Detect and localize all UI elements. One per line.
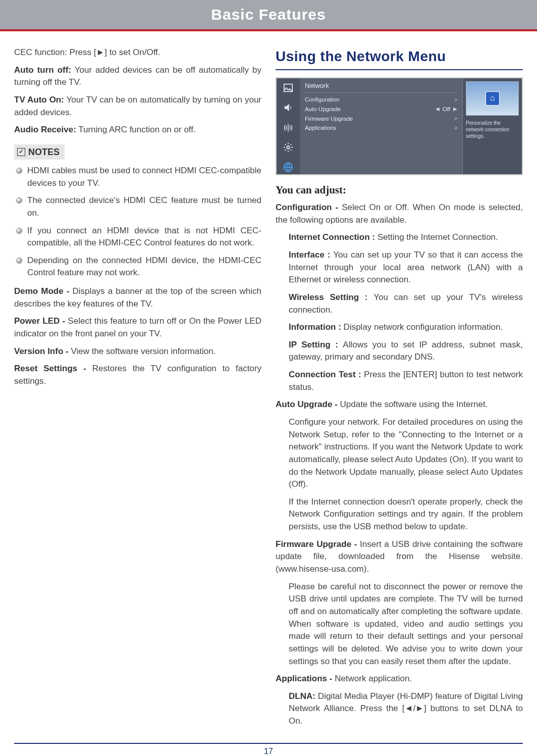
list-item: The connected device's HDMI CEC feature …: [14, 194, 261, 219]
reset-settings: Reset Settings - Restores the TV configu…: [14, 363, 261, 387]
interface-label: Interface :: [289, 250, 333, 260]
chevron-right-icon: >: [454, 96, 457, 104]
chevron-right-icon: >: [454, 115, 457, 123]
chevron-left-icon: ◀: [436, 106, 440, 113]
ip-setting: IP Setting : Allows you to set IP addres…: [276, 339, 523, 364]
firmware-detail: Please be careful not to disconnect the …: [276, 581, 523, 668]
cec-intro: CEC function: Press [►] to set On/Off.: [14, 46, 261, 59]
connection-test: Connection Test : Press the [ENTER] butt…: [276, 369, 523, 393]
picture-icon: [281, 81, 295, 95]
antenna-icon: [281, 121, 295, 134]
version-info: Version Info - View the software version…: [14, 345, 261, 358]
autoupgrade-label: Auto Upgrade -: [276, 399, 340, 409]
menu-row-auto-upgrade: Auto Upgrade ◀ Off ▶: [305, 105, 457, 114]
auto-upgrade: Auto Upgrade - Update the software using…: [276, 398, 523, 411]
menu-preview-pane: ⌂ Personalize the network connection set…: [462, 78, 522, 174]
audio-receive-label: Audio Receive:: [14, 125, 76, 134]
checkmark-icon: ✓: [17, 148, 25, 156]
configuration-label: Configuration -: [276, 203, 342, 212]
list-item: Depending on the connected HDMI device, …: [14, 255, 261, 279]
auto-turn-off: Auto turn off: Your added devices can be…: [14, 64, 261, 89]
applications-text: Network application.: [335, 674, 412, 683]
page-header: Basic Features: [0, 0, 537, 29]
menu-row-applications: Applications >: [305, 123, 457, 133]
list-item: HDMI cables must be used to connect HDMI…: [14, 165, 261, 189]
notes-label: NOTES: [28, 145, 60, 159]
firmware-label: Firmware Upgrade -: [276, 539, 360, 549]
chevron-right-icon: ▶: [453, 106, 457, 113]
menu-row-configuration: Configuration >: [305, 95, 457, 105]
dlna-label: DLNA:: [289, 691, 318, 701]
svg-point-0: [287, 146, 290, 149]
information-label: Information :: [289, 322, 344, 332]
demo-mode: Demo Mode - Displays a banner at the top…: [14, 285, 261, 310]
internet-conn-label: Internet Connection :: [289, 232, 378, 242]
power-led-label: Power LED -: [14, 316, 68, 326]
auto-turn-off-label: Auto turn off:: [14, 65, 71, 75]
section-title: Using the Network Menu: [276, 46, 523, 70]
dlna-text: Digital Media Player (Hi-DMP) feature of…: [289, 691, 523, 726]
menu-row-label: Firmware Upgrade: [305, 115, 353, 123]
reset-settings-label: Reset Settings -: [14, 364, 92, 373]
audio-receive: Audio Receive: Turning ARC function on o…: [14, 124, 261, 136]
autoupgrade-detail-1: Configure your network. For detailed pro…: [276, 416, 523, 491]
wireless-setting: Wireless Setting : You can set up your T…: [276, 291, 523, 316]
subheading: You can adjust:: [276, 182, 523, 197]
network-menu-screenshot: Network Configuration > Auto Upgrade ◀ O…: [276, 77, 523, 175]
autoupgrade-detail-2: If the Internet connection doesn't opera…: [276, 496, 523, 533]
version-info-text: View the software version information.: [71, 346, 216, 356]
autoupgrade-text: Update the software using the Internet.: [340, 399, 488, 409]
tv-auto-on: TV Auto On: Your TV can be on automatica…: [14, 94, 261, 119]
interface: Interface : You can set up your TV so th…: [276, 249, 523, 286]
menu-title: Network: [305, 81, 457, 93]
notes-badge: ✓ NOTES: [14, 144, 65, 160]
menu-row-value: Off: [443, 105, 450, 114]
applications-label: Applications -: [276, 674, 335, 683]
menu-row-label: Configuration: [305, 95, 339, 104]
dlna: DLNA: Digital Media Player (Hi-DMP) feat…: [276, 690, 523, 728]
firmware-upgrade: Firmware Upgrade - Insert a USB drive co…: [276, 538, 523, 576]
menu-row-firmware-upgrade: Firmware Upgrade >: [305, 114, 457, 124]
page-number: 17: [264, 747, 273, 755]
configuration: Configuration - Select On or Off. When O…: [276, 201, 523, 226]
speaker-icon: [281, 101, 295, 115]
information: Information : Display network configurat…: [276, 321, 523, 334]
preview-thumbnail: ⌂: [466, 81, 519, 116]
content-area: CEC function: Press [►] to set On/Off. A…: [0, 31, 537, 738]
page-footer: 17: [14, 743, 523, 756]
menu-row-label: Applications: [305, 124, 336, 132]
wireless-label: Wireless Setting :: [289, 292, 373, 302]
home-icon: ⌂: [486, 91, 500, 106]
notes-list: HDMI cables must be used to connect HDMI…: [14, 165, 261, 279]
version-info-label: Version Info -: [14, 346, 71, 356]
internet-connection: Internet Connection : Setting the Intern…: [276, 231, 523, 244]
conntest-label: Connection Test :: [289, 370, 364, 379]
demo-mode-label: Demo Mode -: [14, 286, 72, 296]
left-column: CEC function: Press [►] to set On/Off. A…: [14, 46, 261, 733]
chevron-right-icon: >: [454, 125, 457, 132]
menu-hint: Personalize the network connection setti…: [466, 120, 519, 139]
tv-auto-on-label: TV Auto On:: [14, 95, 64, 105]
right-column: Using the Network Menu: [276, 46, 523, 733]
internet-conn-text: Setting the Internet Connection.: [378, 232, 498, 242]
applications: Applications - Network application.: [276, 673, 523, 685]
gear-icon: [281, 140, 295, 154]
menu-sidebar: [277, 78, 300, 174]
audio-receive-text: Turning ARC function on or off.: [76, 125, 196, 134]
information-text: Display network configuration informatio…: [344, 322, 503, 332]
power-led: Power LED - Select this feature to turn …: [14, 315, 261, 340]
globe-icon: [281, 160, 295, 174]
menu-row-label: Auto Upgrade: [305, 105, 341, 114]
page-title: Basic Features: [211, 6, 326, 23]
list-item: If you connect an HDMI device that is no…: [14, 225, 261, 249]
ip-label: IP Setting :: [289, 340, 343, 349]
menu-main: Network Configuration > Auto Upgrade ◀ O…: [300, 78, 462, 174]
